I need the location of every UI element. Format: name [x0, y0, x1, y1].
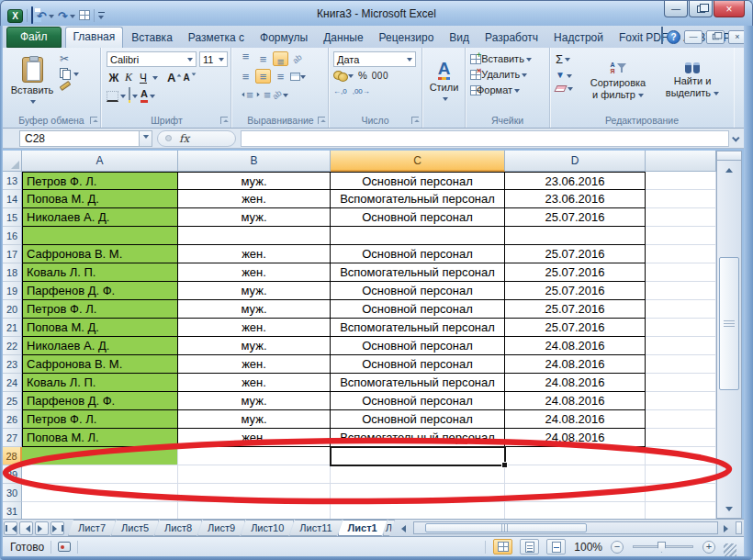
font-color-button[interactable]: А [140, 89, 155, 103]
column-header-partial[interactable] [646, 151, 716, 172]
cell-A29[interactable] [22, 465, 178, 484]
cell-C26[interactable]: Основной персонал [331, 410, 505, 429]
zoom-in-button[interactable]: + [702, 541, 715, 554]
cell-A28[interactable] [22, 447, 178, 465]
underline-dropdown[interactable] [152, 76, 158, 83]
cell-E26[interactable] [646, 410, 716, 429]
cell-D21[interactable]: 25.07.2016 [505, 319, 646, 337]
tab-Разметка с[interactable]: Разметка с [181, 28, 252, 48]
cell-E24[interactable] [646, 374, 716, 392]
cell-C17[interactable]: Основной персонал [331, 245, 505, 263]
tab-Данные[interactable]: Данные [316, 28, 370, 48]
minimize-button[interactable]: — [664, 1, 688, 17]
cell-D24[interactable]: 24.08.2016 [505, 374, 646, 392]
cell-D25[interactable]: 24.08.2016 [505, 392, 646, 410]
cell-E28[interactable] [646, 447, 716, 465]
cell-D22[interactable]: 24.08.2016 [505, 337, 646, 355]
scroll-down-button[interactable] [717, 503, 741, 518]
delete-cells-button[interactable]: ×Удалить [470, 69, 532, 80]
cell-C14[interactable]: Вспомогательный персонал [331, 190, 505, 208]
previous-sheet-button[interactable] [19, 521, 33, 535]
align-bottom-button[interactable]: ≡ [273, 51, 288, 66]
sheet-tab-Лист7[interactable]: Лист7 [68, 520, 116, 536]
fill-color-button[interactable] [129, 89, 138, 103]
underline-button[interactable]: Ч [136, 70, 151, 85]
zoom-out-button[interactable]: − [611, 541, 624, 554]
cell-A23[interactable]: Сафронова В. М. [22, 355, 178, 374]
copy-button[interactable] [60, 68, 79, 80]
cell-C29[interactable] [331, 465, 505, 484]
cell-A14[interactable]: Попова М. Д. [22, 190, 178, 208]
increase-decimal-button[interactable]: ←,0 [333, 88, 347, 95]
cell-A17[interactable]: Сафронова В. М. [22, 245, 178, 263]
cell-E18[interactable] [646, 263, 716, 282]
cell-A16[interactable] [22, 227, 178, 245]
sheet-tab-Лист1[interactable]: Лист1 [338, 520, 388, 536]
cell-C16[interactable] [331, 227, 505, 245]
vertical-scroll-thumb[interactable] [719, 257, 739, 390]
fill-button[interactable]: ▼ [556, 71, 573, 80]
cell-E20[interactable] [646, 300, 716, 319]
horizontal-scrollbar[interactable] [413, 521, 718, 534]
cell-C27[interactable]: Вспомогательный персонал [331, 429, 505, 447]
find-select-button[interactable]: Найти ивыделить [657, 50, 728, 111]
cell-E31[interactable] [646, 502, 716, 519]
cell-A31[interactable] [22, 502, 178, 519]
cell-C18[interactable]: Вспомогательный персонал [331, 263, 505, 282]
cell-C31[interactable] [331, 502, 505, 519]
comma-style-button[interactable]: 000 [372, 71, 388, 81]
row-header-30[interactable]: 30 [3, 484, 22, 502]
view-normal-button[interactable] [493, 539, 512, 554]
tab-Разработч[interactable]: Разработч [478, 28, 545, 48]
cell-B30[interactable] [178, 484, 331, 502]
formula-input[interactable] [241, 130, 729, 147]
cell-B17[interactable]: жен. [178, 245, 331, 263]
tab-Вставка[interactable]: Вставка [124, 28, 180, 48]
maximize-button[interactable] [689, 1, 713, 17]
next-sheet-button[interactable] [35, 521, 49, 535]
increase-indent-button[interactable]: ≡ [255, 87, 271, 102]
format-cells-button[interactable]: Формат [470, 84, 532, 95]
name-box-dropdown[interactable] [139, 130, 152, 147]
tab-Рецензиро[interactable]: Рецензиро [372, 28, 442, 48]
tab-Вид[interactable]: Вид [442, 28, 477, 48]
cell-D29[interactable] [505, 465, 646, 484]
align-left-button[interactable]: ≡ [238, 69, 253, 84]
sheet-tab-Лист8[interactable]: Лист8 [154, 520, 202, 536]
row-header-31[interactable]: 31 [3, 502, 22, 519]
resize-grip[interactable] [724, 543, 736, 556]
view-page-layout-button[interactable] [520, 539, 539, 554]
cell-C23[interactable]: Основной персонал [331, 355, 505, 374]
cell-E14[interactable] [646, 190, 716, 208]
cell-E15[interactable] [646, 208, 716, 227]
row-header-27[interactable]: 27 [3, 429, 22, 447]
excel-logo-icon[interactable]: X [7, 9, 23, 23]
cell-B28[interactable] [178, 447, 331, 465]
cell-A13[interactable]: Петров Ф. Л. [22, 172, 178, 190]
orientation-button[interactable]: ab [290, 51, 306, 66]
cell-A15[interactable]: Николаев А. Д. [22, 208, 178, 227]
select-all-corner[interactable] [3, 151, 22, 172]
first-sheet-button[interactable] [4, 521, 17, 535]
cell-E27[interactable] [646, 429, 716, 447]
column-header-B[interactable]: B [178, 151, 331, 172]
collapse-ribbon-button[interactable] [661, 28, 663, 45]
sheet-tab-Лист11[interactable]: Лист11 [289, 520, 342, 536]
cell-D16[interactable] [505, 227, 646, 245]
zoom-slider-thumb[interactable] [657, 542, 666, 553]
align-right-button[interactable]: ≡ [273, 69, 288, 84]
zoom-level[interactable]: 100% [574, 541, 602, 554]
tab-Главная[interactable]: Главная [65, 27, 124, 48]
cell-D27[interactable]: 24.08.2016 [505, 429, 646, 447]
cell-C13[interactable]: Основной персонал [331, 172, 505, 190]
row-header-16[interactable]: 16 [3, 227, 22, 245]
cell-E23[interactable] [646, 355, 716, 374]
cell-D17[interactable]: 25.07.2016 [505, 245, 646, 263]
decrease-decimal-button[interactable]: ,00→ [353, 88, 370, 95]
row-header-24[interactable]: 24 [3, 374, 22, 392]
cell-B24[interactable]: жен. [178, 374, 331, 392]
cell-D13[interactable]: 23.06.2016 [505, 172, 646, 190]
cell-E30[interactable] [646, 484, 716, 502]
bold-button[interactable]: Ж [107, 70, 121, 85]
cell-D30[interactable] [505, 484, 646, 502]
